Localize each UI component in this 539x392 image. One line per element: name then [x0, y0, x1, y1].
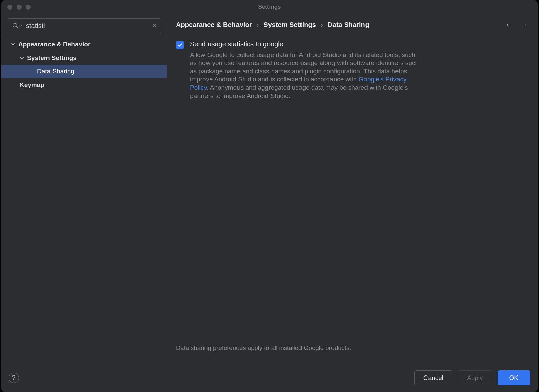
body: ✕ Appearance & Behavior System Settings …: [1, 14, 538, 363]
help-button[interactable]: ?: [9, 373, 19, 383]
ok-button[interactable]: OK: [498, 370, 530, 385]
breadcrumb: Appearance & Behavior › System Settings …: [176, 20, 528, 29]
option-description: Allow Google to collect usage data for A…: [190, 51, 419, 100]
forward-arrow-icon: →: [520, 20, 528, 29]
breadcrumb-nav: ← →: [505, 20, 528, 29]
titlebar: Settings: [1, 0, 538, 14]
close-window-button[interactable]: [7, 5, 12, 10]
breadcrumb-part: Data Sharing: [328, 21, 369, 29]
tree-item-keymap[interactable]: Keymap: [1, 78, 167, 92]
desc-text: . Anonymous and aggregated usage data ma…: [190, 84, 408, 99]
window-title: Settings: [1, 4, 538, 10]
breadcrumb-part: Appearance & Behavior: [176, 21, 252, 29]
tree-label: Appearance & Behavior: [18, 41, 90, 48]
footer-note: Data sharing preferences apply to all in…: [176, 344, 528, 359]
breadcrumb-separator: ›: [257, 21, 259, 29]
send-usage-stats-option: Send usage statistics to google Allow Go…: [176, 40, 528, 100]
content-area: Send usage statistics to google Allow Go…: [176, 40, 528, 359]
tree-item-appearance-behavior[interactable]: Appearance & Behavior: [1, 38, 167, 51]
main-panel: Appearance & Behavior › System Settings …: [167, 14, 538, 363]
cancel-button[interactable]: Cancel: [414, 370, 452, 385]
chevron-down-icon: [20, 56, 24, 60]
tree-item-data-sharing[interactable]: Data Sharing: [1, 65, 167, 78]
search-icon: [12, 22, 22, 29]
search-wrap: ✕: [7, 18, 161, 33]
breadcrumb-separator: ›: [321, 21, 323, 29]
tree-item-system-settings[interactable]: System Settings: [1, 51, 167, 65]
sidebar: ✕ Appearance & Behavior System Settings …: [1, 14, 167, 363]
settings-window: Settings ✕ Appearance & Behavior System: [1, 0, 538, 392]
clear-search-icon[interactable]: ✕: [152, 22, 157, 29]
tree-label: Keymap: [20, 81, 44, 89]
option-label: Send usage statistics to google: [190, 40, 419, 48]
option-text: Send usage statistics to google Allow Go…: [190, 40, 419, 100]
search-input[interactable]: [7, 18, 161, 33]
dialog-footer: ? Cancel Apply OK: [1, 363, 538, 392]
tree-label: System Settings: [27, 54, 77, 62]
breadcrumb-part: System Settings: [263, 21, 316, 29]
tree-label: Data Sharing: [37, 68, 74, 75]
chevron-down-icon: [11, 42, 15, 46]
zoom-window-button[interactable]: [26, 5, 31, 10]
back-arrow-icon[interactable]: ←: [505, 20, 513, 29]
window-controls: [7, 5, 31, 10]
help-icon: ?: [12, 374, 15, 381]
apply-button: Apply: [458, 370, 492, 385]
svg-line-1: [17, 27, 18, 28]
minimize-window-button[interactable]: [17, 5, 22, 10]
settings-tree: Appearance & Behavior System Settings Da…: [1, 38, 167, 363]
send-usage-stats-checkbox[interactable]: [176, 41, 184, 49]
